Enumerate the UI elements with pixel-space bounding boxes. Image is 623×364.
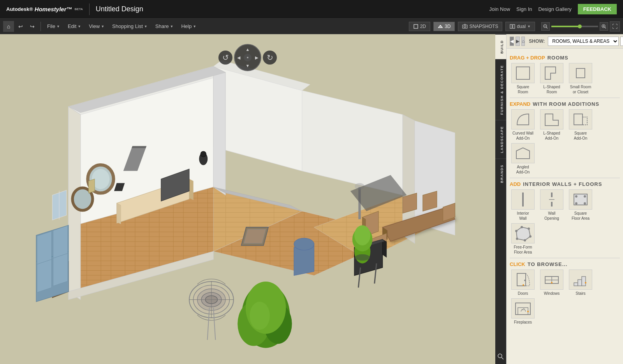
top-right-nav: Join Now Sign In Design Gallery FEEDBACK <box>489 4 617 14</box>
angled-addon-icon <box>511 143 535 163</box>
interior-wall-icon <box>511 189 535 210</box>
main-content: ↺ ▲ ▼ ◀ ▶ ↻ <box>0 34 623 364</box>
zoom-slider-thumb[interactable] <box>578 24 582 28</box>
svg-point-133 <box>551 282 553 284</box>
dual-view-button[interactable]: dual ▼ <box>505 22 535 31</box>
wall-opening-item[interactable]: WallOpening <box>539 189 565 221</box>
svg-line-103 <box>502 357 503 359</box>
square-room-label: SquareRoom <box>517 84 529 94</box>
zoom-out-button[interactable] <box>541 22 550 31</box>
file-menu[interactable]: File ▼ <box>44 22 63 31</box>
l-shaped-room-label: L-ShapedRoom <box>543 84 560 94</box>
top-bar: Autodesk® Homestyler™ BETA Untitled Desi… <box>0 0 623 19</box>
panel-forward-button[interactable]: ▶ <box>516 37 520 46</box>
interior-walls-floors-title: ADD INTERIOR WALLS + FLOORS <box>510 181 620 187</box>
wall-opening-icon <box>540 189 563 210</box>
stairs-icon <box>569 270 592 290</box>
freeform-floor-item[interactable]: Free-FormFloor Area <box>510 223 536 255</box>
l-shaped-room-item[interactable]: L-ShapedRoom <box>539 63 565 94</box>
freeform-floor-icon <box>511 223 535 243</box>
stairs-item[interactable]: Stairs <box>567 270 594 296</box>
curved-wall-shape <box>513 111 533 128</box>
drag-drop-rooms-title: DRAG + DROP ROOMS <box>510 55 620 61</box>
view-3d-button[interactable]: 3D <box>433 22 455 31</box>
snapshots-button[interactable]: SNAPSHOTS <box>458 22 502 31</box>
pan-down-button[interactable]: ▼ <box>246 63 250 68</box>
svg-rect-134 <box>574 283 578 286</box>
view-menu[interactable]: View ▼ <box>86 22 107 31</box>
l-shaped-addon-item[interactable]: L-ShapedAdd-On <box>539 109 565 141</box>
magnifier-button[interactable] <box>495 350 506 364</box>
svg-point-119 <box>584 202 586 205</box>
panel-content: DRAG + DROP ROOMS SquareRoom <box>507 49 623 364</box>
edit-menu[interactable]: Edit ▼ <box>65 22 84 31</box>
help-menu[interactable]: Help ▼ <box>178 22 199 31</box>
zoom-slider-track[interactable] <box>551 26 598 27</box>
fireplaces-icon <box>511 298 535 318</box>
svg-point-86 <box>355 254 370 261</box>
redo-button[interactable]: ↪ <box>27 21 37 32</box>
rotate-right-button[interactable]: ↻ <box>263 51 277 65</box>
zoom-in-button[interactable] <box>600 22 608 31</box>
pan-right-button[interactable]: ▶ <box>255 55 258 60</box>
undo-button[interactable]: ↩ <box>16 21 26 32</box>
svg-rect-108 <box>574 114 583 125</box>
svg-point-95 <box>294 238 314 250</box>
rotate-left-button[interactable]: ↺ <box>218 51 232 65</box>
interior-wall-label: InteriorWall <box>517 211 529 221</box>
3d-icon <box>438 24 443 29</box>
svg-marker-105 <box>545 67 556 79</box>
fullscreen-button[interactable]: ⛶ <box>610 21 620 32</box>
zoom-slider-fill <box>551 26 579 27</box>
panel-home-button[interactable]: ⌂ <box>521 37 525 46</box>
join-now-link[interactable]: Join Now <box>489 6 510 12</box>
panel-search-input[interactable] <box>620 37 623 46</box>
divider-2 <box>510 178 620 178</box>
square-addon-label: SquareAdd-On <box>574 131 587 141</box>
landscape-tab[interactable]: LANDSCAPE <box>495 120 506 159</box>
square-room-item[interactable]: SquareRoom <box>510 63 536 94</box>
zoom-out-icon <box>543 24 548 29</box>
svg-rect-0 <box>414 24 418 28</box>
doors-item[interactable]: Doors <box>510 270 536 296</box>
share-menu[interactable]: Share ▼ <box>152 22 177 31</box>
pan-left-button[interactable]: ◀ <box>237 55 240 60</box>
panel-back-button[interactable]: ◀ <box>510 37 514 46</box>
interior-wall-item[interactable]: InteriorWall <box>510 189 536 221</box>
freeform-floor-label: Free-FormFloor Area <box>514 245 532 255</box>
curved-wall-item[interactable]: Curved WallAdd-On <box>510 109 536 141</box>
fireplaces-label: Fireplaces <box>514 320 532 325</box>
svg-point-102 <box>498 354 502 358</box>
pan-up-button[interactable]: ▲ <box>246 47 250 52</box>
home-button[interactable]: ⌂ <box>3 21 14 32</box>
zoom-controls: ⛶ <box>541 21 620 32</box>
svg-marker-107 <box>545 114 558 126</box>
svg-rect-109 <box>583 117 587 125</box>
square-addon-item[interactable]: SquareAdd-On <box>567 109 594 141</box>
build-tab[interactable]: BUILD <box>495 34 506 59</box>
square-floor-item[interactable]: SquareFloor Area <box>567 189 594 221</box>
windows-icon <box>540 270 563 290</box>
interior-wall-shape <box>513 191 533 208</box>
svg-rect-106 <box>576 68 585 78</box>
svg-rect-3 <box>463 25 467 28</box>
feedback-button[interactable]: FEEDBACK <box>578 4 617 14</box>
angled-addon-item[interactable]: AngledAdd-On <box>510 143 536 175</box>
square-floor-icon <box>569 189 592 210</box>
windows-item[interactable]: Windows <box>539 270 565 296</box>
curved-wall-icon <box>511 109 535 130</box>
doors-label: Doors <box>518 291 528 296</box>
sign-in-link[interactable]: Sign In <box>516 6 532 12</box>
design-gallery-link[interactable]: Design Gallery <box>539 6 572 12</box>
small-room-item[interactable]: Small Roomor Closet <box>567 63 594 94</box>
brands-tab[interactable]: BRANDS <box>495 159 506 189</box>
show-dropdown[interactable]: ROOMS, WALLS & AREAS FLOORS CEILINGS ALL <box>548 37 619 46</box>
view-2d-button[interactable]: 2D <box>409 22 430 31</box>
shopping-list-menu[interactable]: Shopping List ▼ <box>109 22 151 31</box>
svg-point-117 <box>584 195 586 198</box>
svg-point-4 <box>464 26 466 28</box>
svg-marker-41 <box>117 203 121 224</box>
fireplaces-item[interactable]: Fireplaces <box>510 298 536 325</box>
furnish-decorate-tab[interactable]: FURNISH & DECORATE <box>495 59 506 120</box>
viewport-canvas[interactable]: ↺ ▲ ▼ ◀ ▶ ↻ <box>0 34 495 364</box>
